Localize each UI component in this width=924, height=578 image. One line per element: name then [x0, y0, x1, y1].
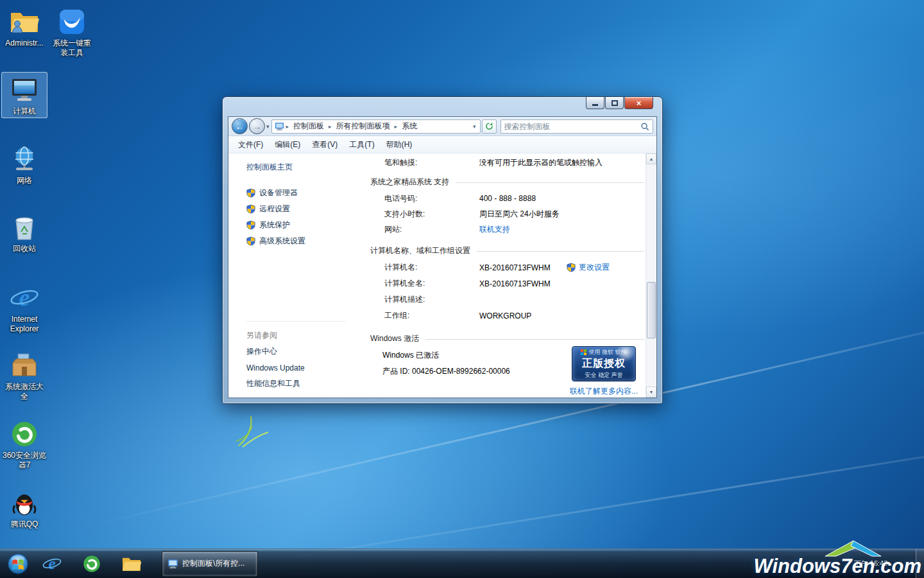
activation-status: Windows 已激活 — [382, 350, 439, 361]
system-tray: 下午 16:43 — [846, 549, 896, 578]
show-desktop-button[interactable] — [916, 549, 924, 578]
menu-help[interactable]: 帮助(H) — [381, 137, 418, 153]
taskbar-item-internet-explorer[interactable] — [34, 551, 70, 577]
genuine-windows-area: 使用 微软 软件 正版授权 安全 稳定 声誉 联机了解更多内容... — [570, 346, 638, 397]
desktop-icon-activation-pack[interactable]: 系统激活大 全 — [1, 347, 47, 403]
website-label: 网站: — [384, 224, 479, 235]
refresh-icon — [485, 122, 493, 130]
genuine-badge-title: 正版授权 — [582, 357, 626, 371]
up-arrow-icon: ▲ — [649, 157, 654, 161]
search-input[interactable] — [504, 122, 640, 131]
description-row: 计算机描述: — [357, 292, 646, 308]
menu-tools[interactable]: 工具(T) — [343, 137, 380, 153]
breadcrumb-all-items[interactable]: 所有控制面板项 — [334, 120, 393, 132]
down-arrow-icon: ▼ — [649, 390, 654, 394]
desktop-icon-label: 360安全浏览 器7 — [3, 451, 46, 470]
sidebar-item-control-panel-home[interactable]: 控制面板主页 — [246, 162, 293, 173]
address-dropdown-icon[interactable]: ▾ — [473, 123, 477, 130]
taskbar-active-window[interactable]: 控制面板\所有控... — [162, 551, 258, 577]
section-divider — [477, 251, 644, 252]
minimize-button[interactable] — [586, 97, 604, 109]
desktop-icon-label: 网络 — [17, 176, 32, 186]
sidebar-item-advanced-settings[interactable]: 高级系统设置 — [246, 233, 357, 249]
uac-shield-icon — [246, 236, 255, 246]
address-bar[interactable]: ▸ 控制面板 ▸ 所有控制面板项 ▸ 系统 ▾ — [271, 119, 481, 134]
breadcrumb-system[interactable]: 系统 — [399, 120, 420, 132]
scrollbar-track[interactable] — [646, 164, 656, 387]
uac-shield-icon — [567, 263, 576, 272]
workgroup-value: WORKGROUP — [479, 311, 531, 320]
sidebar-item-label: 高级系统设置 — [259, 236, 305, 247]
online-support-link[interactable]: 联机支持 — [479, 224, 510, 235]
change-settings-link[interactable]: 更改设置 — [579, 262, 610, 273]
user-folder-icon — [9, 6, 40, 37]
breadcrumb-control-panel[interactable]: 控制面板 — [291, 120, 327, 132]
sidebar-item-device-manager[interactable]: 设备管理器 — [246, 185, 357, 201]
genuine-badge-bottom: 安全 稳定 声誉 — [585, 371, 622, 380]
computer-section-title: 计算机名称、域和工作组设置 — [370, 245, 470, 256]
phone-label: 电话号码: — [384, 193, 479, 204]
desktop-icon-network[interactable]: 网络 — [1, 141, 47, 188]
search-icon[interactable] — [640, 122, 649, 131]
close-icon: × — [637, 99, 642, 107]
genuine-badge-top: 使用 微软 软件 — [581, 348, 626, 356]
desktop-icon-360-browser[interactable]: 360安全浏览 器7 — [1, 416, 47, 472]
desktop-icon-label: 回收站 — [13, 244, 36, 254]
desktop-icon-reinstall-tool[interactable]: 系统一键重 装工具 — [49, 4, 95, 60]
recent-pages-dropdown[interactable]: ▾ — [265, 123, 271, 130]
desktop-icon-computer[interactable]: 计算机 — [1, 72, 47, 118]
desktop-icon-label: Internet Explorer — [10, 315, 39, 334]
system-window: × ← → ▾ ▸ 控制面板 ▸ 所有控制面板项 ▸ 系统 ▾ — [222, 96, 663, 404]
taskbar-item-360-browser[interactable] — [74, 551, 110, 577]
desktop-icon-internet-explorer[interactable]: Internet Explorer — [1, 280, 47, 336]
close-button[interactable]: × — [624, 97, 653, 109]
scrollbar-thumb[interactable] — [647, 282, 656, 338]
vertical-scrollbar[interactable]: ▲ ▼ — [646, 153, 656, 398]
menu-file[interactable]: 文件(F) — [232, 137, 269, 153]
maximize-button[interactable] — [605, 97, 624, 109]
search-box — [501, 119, 653, 134]
sidebar-item-system-protection[interactable]: 系统保护 — [246, 217, 357, 233]
computer-name-value: XB-20160713FWHM — [479, 263, 551, 272]
start-button[interactable] — [4, 550, 32, 578]
hours-value: 周日至周六 24小时服务 — [479, 209, 560, 220]
scroll-up-button[interactable]: ▲ — [646, 153, 656, 164]
pen-touch-row: 笔和触摸: 没有可用于此显示器的笔或触控输入 — [357, 155, 646, 170]
taskbar: 控制面板\所有控... 下午 16:43 — [0, 548, 924, 578]
hours-label: 支持小时数: — [384, 209, 479, 220]
control-panel-icon — [275, 121, 284, 131]
full-name-row: 计算机全名: XB-20160713FWHM — [357, 276, 646, 292]
computer-name-section-header: 计算机名称、域和工作组设置 — [370, 245, 646, 256]
taskbar-clock[interactable]: 下午 16:43 — [846, 559, 896, 568]
sidebar-item-windows-update[interactable]: Windows Update — [246, 360, 346, 376]
change-settings: 更改设置 — [567, 262, 610, 273]
phone-row: 电话号码: 400 - 888 - 8888 — [357, 191, 646, 206]
phone-value: 400 - 888 - 8888 — [479, 194, 536, 203]
refresh-button[interactable] — [482, 119, 497, 134]
desktop-icon-administrator[interactable]: Administr... — [1, 4, 47, 50]
taskbar-item-explorer[interactable] — [114, 551, 150, 577]
menu-view[interactable]: 查看(V) — [306, 137, 343, 153]
full-name-value: XB-20160713FWHM — [479, 279, 551, 288]
sidebar-item-action-center[interactable]: 操作中心 — [246, 344, 346, 360]
support-section-title: 系统之家精品系统 支持 — [370, 177, 449, 188]
internet-explorer-icon — [42, 554, 62, 574]
windows-orb-icon — [6, 552, 30, 576]
learn-more-link[interactable]: 联机了解更多内容... — [570, 386, 638, 397]
forward-button[interactable]: → — [249, 118, 265, 134]
desktop-icon-qq[interactable]: 腾讯QQ — [1, 485, 47, 531]
sidebar-item-label: 设备管理器 — [259, 188, 298, 198]
back-button[interactable]: ← — [232, 118, 248, 134]
menu-edit[interactable]: 编辑(E) — [269, 137, 306, 153]
sidebar-item-label: 系统保护 — [259, 220, 290, 231]
see-also-header: 另请参阅 — [246, 328, 346, 344]
scroll-down-button[interactable]: ▼ — [646, 387, 656, 398]
reinstall-tool-icon — [56, 6, 87, 37]
workgroup-label: 工作组: — [384, 310, 479, 321]
sidebar-item-label: 远程设置 — [259, 204, 290, 215]
sidebar-item-remote-settings[interactable]: 远程设置 — [246, 201, 357, 217]
sidebar-item-performance-tools[interactable]: 性能信息和工具 — [246, 376, 346, 392]
computer-name-row: 计算机名: XB-20160713FWHM 更改设置 — [357, 259, 646, 276]
desktop-icon-recycle-bin[interactable]: 回收站 — [1, 209, 47, 256]
genuine-badge[interactable]: 使用 微软 软件 正版授权 安全 稳定 声誉 — [572, 346, 636, 381]
